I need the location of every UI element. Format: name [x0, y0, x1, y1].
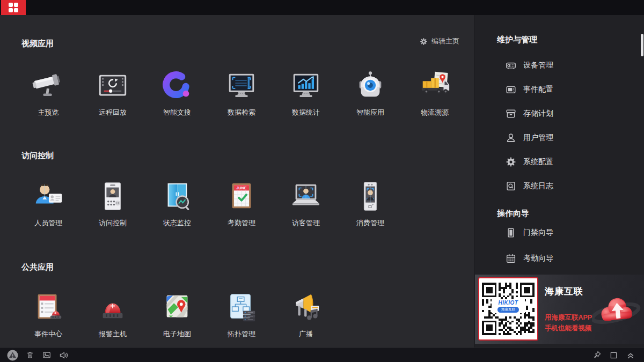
- app-event-center[interactable]: 事件中心: [16, 290, 80, 339]
- maintenance-sidebar: 维护与管理 设备管理 事件配置 存储计划 用户管理: [474, 15, 644, 348]
- calendar-month-text: JUNE: [236, 186, 247, 190]
- topology-diagram-icon: [225, 291, 258, 324]
- sidebar-scrollbar[interactable]: [641, 34, 643, 56]
- item-event-config[interactable]: 事件配置: [506, 83, 553, 96]
- monitor-search-icon: [225, 69, 258, 102]
- event-config-icon: [506, 84, 516, 95]
- app-smart-application[interactable]: 智能应用: [338, 69, 402, 117]
- side-item-label: 事件配置: [523, 85, 553, 94]
- calendar-icon: [506, 253, 516, 264]
- door-icon: [506, 227, 516, 238]
- pin-button[interactable]: [592, 350, 602, 360]
- alarm-status-button[interactable]: [7, 350, 18, 361]
- app-label: 智能应用: [356, 108, 384, 117]
- audio-button[interactable]: [58, 350, 69, 360]
- app-label: 人员管理: [34, 218, 62, 228]
- app-smart-search[interactable]: 智能文搜: [145, 69, 209, 117]
- side-item-label: 设备管理: [523, 61, 553, 70]
- item-door-wizard[interactable]: 门禁向导: [506, 226, 553, 239]
- app-consumption-management[interactable]: 消费管理: [338, 179, 402, 228]
- playback-screen-icon: [96, 69, 129, 102]
- app-label: 考勤管理: [228, 218, 255, 228]
- speaker-icon: [58, 350, 69, 360]
- alarm-triangle-icon: [7, 350, 18, 361]
- app-data-retrieval[interactable]: 数据检索: [209, 69, 274, 117]
- qr-code: HIKIOT 海康互联: [478, 277, 538, 341]
- snapshot-button[interactable]: [42, 350, 52, 360]
- app-label: 报警主机: [99, 329, 127, 339]
- app-main-preview[interactable]: 主预览: [16, 69, 80, 117]
- app-visitor-management[interactable]: 访客管理: [274, 179, 338, 228]
- item-system-log[interactable]: 系统日志: [506, 180, 553, 193]
- app-personnel-management[interactable]: 人员管理: [16, 179, 80, 228]
- item-user-management[interactable]: 用户管理: [506, 131, 553, 144]
- item-storage-plan[interactable]: 存储计划: [506, 107, 553, 120]
- app-label: 消费管理: [356, 218, 384, 228]
- app-label: 事件中心: [34, 329, 62, 339]
- qr-pill-text: 海康互联: [497, 307, 519, 313]
- app-topology-management[interactable]: 拓扑管理: [209, 290, 274, 339]
- window-icon: [609, 351, 618, 360]
- app-label: 访问控制: [99, 218, 127, 228]
- pushpin-icon: [592, 350, 602, 360]
- banner-line1: 用海康互联APP: [545, 313, 592, 322]
- side-item-label: 用户管理: [523, 133, 553, 143]
- collapse-button[interactable]: [626, 350, 635, 360]
- monitor-chart-icon: [289, 69, 323, 102]
- intercom-device-icon: [96, 180, 129, 213]
- app-label: 数据检索: [228, 108, 255, 117]
- maximize-button[interactable]: [609, 351, 618, 360]
- side-item-label: 考勤向导: [523, 254, 553, 263]
- face-terminal-icon: [354, 180, 387, 213]
- qr-brand-text: HIKIOT: [492, 300, 525, 306]
- app-status-monitoring[interactable]: 状态监控: [145, 179, 209, 228]
- device-icon: [506, 60, 516, 71]
- banner-title: 海康互联: [545, 285, 583, 298]
- grid-apps-icon: [9, 3, 18, 12]
- item-system-config[interactable]: 系统配置: [506, 156, 553, 168]
- app-e-map[interactable]: 电子地图: [145, 290, 209, 339]
- megaphone-icon: [289, 291, 323, 324]
- item-attendance-wizard[interactable]: 考勤向导: [506, 252, 553, 265]
- app-label: 广播: [299, 329, 313, 339]
- swirl-search-icon: [160, 69, 194, 102]
- maintenance-title: 维护与管理: [497, 35, 537, 45]
- app-logistics-tracing[interactable]: 物流溯源: [402, 69, 467, 117]
- app-alarm-host[interactable]: 报警主机: [80, 290, 145, 339]
- calendar-check-icon: JUNE: [225, 180, 258, 213]
- app-label: 电子地图: [163, 329, 191, 339]
- clear-alarm-button[interactable]: [25, 350, 35, 360]
- banner-line2: 手机也能看视频: [545, 324, 592, 333]
- hik-connect-banner[interactable]: HIKIOT 海康互联 海康互联 用海康互联APP 手机也能看视频: [475, 275, 644, 344]
- double-chevron-up-icon: [626, 350, 635, 360]
- storage-box-icon: [506, 108, 516, 119]
- user-icon: [506, 132, 516, 143]
- side-item-label: 门禁向导: [523, 228, 553, 238]
- trash-icon: [25, 350, 35, 360]
- app-label: 拓扑管理: [228, 329, 255, 339]
- app-broadcast[interactable]: 广播: [274, 290, 338, 339]
- door-monitor-icon: [160, 180, 194, 213]
- home-main-panel: 视频应用 编辑主页: [0, 15, 474, 348]
- app-label: 智能文搜: [163, 108, 191, 117]
- edit-home-button[interactable]: 编辑主页: [420, 36, 459, 46]
- log-search-icon: [506, 181, 516, 191]
- app-attendance-management[interactable]: JUNE 考勤管理: [209, 179, 274, 228]
- app-access-control[interactable]: 访问控制: [80, 179, 145, 228]
- edit-home-label: 编辑主页: [431, 36, 459, 46]
- app-label: 物流溯源: [421, 108, 449, 117]
- app-label: 数据统计: [292, 108, 320, 117]
- siren-icon: [96, 291, 129, 324]
- item-device-management[interactable]: 设备管理: [506, 59, 553, 72]
- app-data-statistics[interactable]: 数据统计: [274, 69, 338, 117]
- laptop-face-icon: [289, 180, 323, 213]
- app-remote-playback[interactable]: 远程回放: [80, 69, 145, 117]
- side-item-label: 系统配置: [523, 157, 553, 167]
- app-launcher-button[interactable]: [1, 0, 26, 15]
- robot-icon: [354, 69, 387, 102]
- app-label: 远程回放: [99, 108, 127, 117]
- section-title-access: 访问控制: [21, 151, 54, 161]
- cctv-camera-icon: [32, 69, 65, 102]
- image-icon: [42, 350, 52, 360]
- logistics-truck-icon: [418, 69, 451, 102]
